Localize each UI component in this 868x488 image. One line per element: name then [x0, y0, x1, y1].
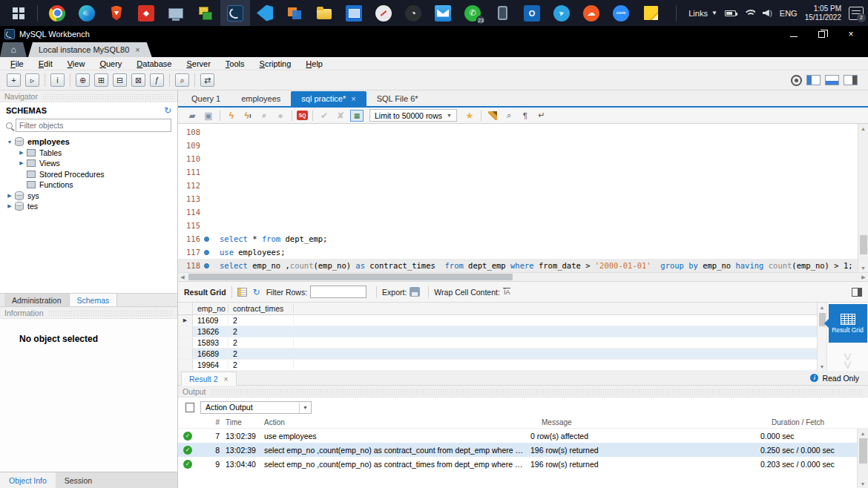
result-row[interactable]: 199642 [178, 360, 817, 371]
computer-app-button[interactable] [161, 0, 191, 26]
restore-button[interactable] [818, 31, 825, 38]
collapse-panel-icon[interactable] [852, 288, 862, 297]
zoom-app-button[interactable] [606, 0, 636, 26]
result-row[interactable]: 158932 [178, 337, 817, 349]
open-script-icon[interactable]: ▰ [185, 110, 199, 122]
create-procedure-icon[interactable] [131, 73, 145, 87]
output-row[interactable]: ✓713:02:39use employees0 row(s) affected… [178, 429, 857, 443]
editor-horizontal-scrollbar[interactable]: ◀ ▶ [178, 272, 868, 282]
save-snippet-icon[interactable]: ★ [463, 110, 476, 122]
rollback-icon[interactable]: ✘ [334, 110, 347, 122]
menu-query[interactable]: Query [92, 59, 129, 68]
explorer-app-button[interactable] [309, 0, 339, 26]
close-button[interactable]: × [846, 29, 856, 39]
editor-tab-employees[interactable]: employees [231, 91, 291, 106]
output-row[interactable]: ✓913:04:40select emp_no ,count(emp_no) a… [178, 457, 857, 471]
execute-icon[interactable]: ϟ [225, 110, 238, 122]
vmware-app-button[interactable] [280, 0, 309, 26]
export-icon[interactable] [410, 287, 420, 297]
diamond-app-button[interactable] [131, 0, 161, 26]
search-data-icon[interactable] [175, 73, 189, 87]
soundcloud-app-button[interactable] [576, 0, 606, 26]
menu-file[interactable]: File [3, 59, 31, 68]
editor-line[interactable]: 113 [178, 192, 858, 205]
tab-schemas[interactable]: Schemas [70, 294, 118, 306]
volume-icon[interactable] [763, 10, 772, 17]
new-sql-tab-icon[interactable] [7, 73, 21, 87]
filter-rows-input[interactable] [310, 286, 366, 298]
result-grid-view-button[interactable]: Result Grid [829, 304, 867, 343]
create-function-icon[interactable] [150, 73, 164, 87]
execute-current-statement-icon[interactable]: ϟ [241, 110, 254, 122]
toggle-right-sidebar-icon[interactable] [844, 75, 858, 85]
tab-administration[interactable]: Administration [4, 294, 70, 306]
close-icon[interactable]: × [135, 45, 139, 54]
dish-app-button[interactable] [369, 0, 398, 26]
output-row[interactable]: ✓813:02:39select emp_no ,count(emp_no) a… [178, 443, 857, 457]
close-icon[interactable]: × [351, 94, 355, 103]
cell-contract-times[interactable]: 2 [228, 327, 294, 336]
output-scrollbar[interactable]: ▲ ▼ [857, 429, 868, 488]
scrollbar-thumb[interactable] [188, 274, 513, 280]
result-row[interactable]: 136262 [178, 326, 817, 337]
toggle-autocommit-icon[interactable]: ▦ [350, 110, 364, 122]
editor-line[interactable]: 117use employees; [178, 245, 858, 259]
edge-app-button[interactable] [72, 0, 102, 26]
grid-options-icon[interactable] [237, 288, 247, 297]
links-toolbar[interactable]: Links ▼ [688, 9, 717, 18]
tree-item-employees[interactable]: ▼employees [0, 136, 177, 148]
toggle-left-sidebar-icon[interactable] [806, 75, 821, 85]
editor-line[interactable]: 108 [178, 125, 858, 139]
minimize-button[interactable] [790, 32, 798, 37]
media-app-button[interactable] [339, 0, 369, 26]
wifi-icon[interactable] [743, 9, 755, 17]
vscode-app-button[interactable] [250, 0, 280, 26]
scroll-down-icon[interactable]: ▼ [861, 263, 866, 272]
editor-tab-query-1[interactable]: Query 1 [181, 91, 231, 106]
obs-app-button[interactable] [398, 0, 428, 26]
cell-contract-times[interactable]: 2 [228, 349, 294, 358]
result-grid-scrollbar[interactable]: ▲ ▼ [817, 303, 826, 371]
chevron-right-icon[interactable]: ▶ [6, 193, 13, 199]
tree-item-functions[interactable]: Functions [0, 179, 177, 191]
inspector-icon[interactable] [50, 73, 65, 87]
workbench-app-button[interactable] [220, 0, 250, 26]
menu-edit[interactable]: Edit [31, 59, 60, 68]
scrollbar-thumb[interactable] [859, 438, 867, 464]
open-sql-file-icon[interactable] [25, 73, 39, 87]
filter-objects-input[interactable] [16, 119, 171, 132]
column-header-emp-no[interactable]: emp_no [193, 304, 228, 313]
stickynotes-app-button[interactable] [636, 0, 665, 26]
editor-line[interactable]: 112 [178, 179, 858, 192]
reconnect-icon[interactable] [200, 73, 214, 87]
show-invisibles-icon[interactable]: ¶ [519, 110, 532, 122]
wrap-cell-content-icon[interactable]: ĪA [503, 288, 511, 296]
scroll-down-icon[interactable]: ▼ [820, 362, 825, 371]
tab-result-2[interactable]: Result 2 × [181, 372, 237, 386]
scroll-up-icon[interactable]: ▲ [820, 303, 825, 311]
tree-item-tables[interactable]: ▶Tables [0, 148, 177, 159]
row-limit-dropdown[interactable]: Limit to 50000 rows ▼ [369, 109, 457, 122]
editor-tab-sql-practice-[interactable]: sql practice*× [291, 91, 366, 106]
create-view-icon[interactable] [113, 73, 127, 87]
cell-contract-times[interactable]: 2 [228, 360, 294, 369]
editor-line[interactable]: 118select emp_no ,count(emp_no) as contr… [178, 259, 858, 272]
telegram-app-button[interactable] [547, 0, 576, 26]
outlook-app-button[interactable] [517, 0, 547, 26]
cell-contract-times[interactable]: 2 [228, 316, 294, 325]
chrome-app-button[interactable] [42, 0, 72, 26]
menu-help[interactable]: Help [298, 59, 330, 68]
explain-plan-icon[interactable]: ⌕ [257, 110, 271, 122]
screenshare-app-button[interactable] [191, 0, 220, 26]
menu-tools[interactable]: Tools [218, 59, 252, 68]
chevron-right-icon[interactable]: ▶ [18, 160, 25, 166]
tab-object-info[interactable]: Object Info [0, 472, 56, 488]
cell-emp-no[interactable]: 13626 [193, 327, 228, 336]
tree-item-tes[interactable]: ▶tes [0, 201, 177, 212]
cell-emp-no[interactable]: 11609 [193, 316, 228, 325]
connection-tab[interactable]: Local instance MySQL80 × [28, 42, 152, 57]
scrollbar-thumb[interactable] [860, 235, 867, 254]
output-type-dropdown[interactable]: Action Output ▼ [200, 401, 312, 414]
menu-database[interactable]: Database [129, 59, 179, 68]
whatsapp-app-button[interactable]: 23 [458, 0, 487, 26]
